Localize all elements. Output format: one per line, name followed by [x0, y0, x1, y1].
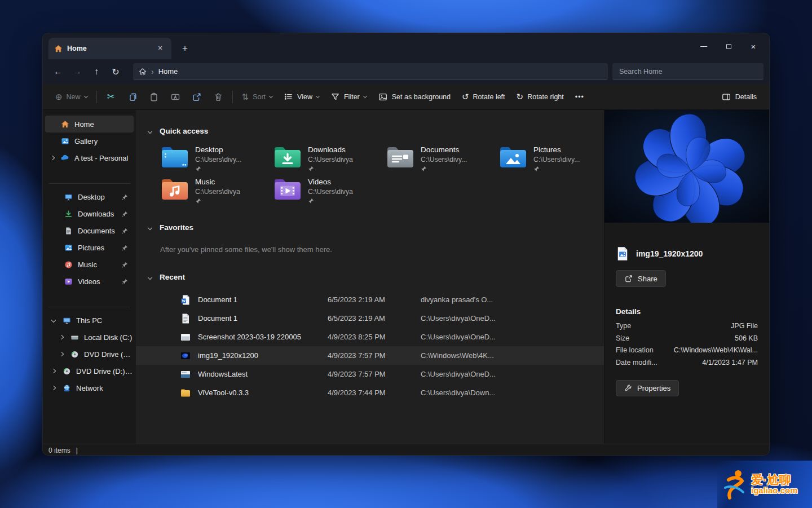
- videos-icon: [64, 277, 73, 286]
- details-section-title: Details: [616, 307, 758, 316]
- copy-button[interactable]: [122, 87, 143, 107]
- set-as-background-button[interactable]: Set as background: [372, 87, 456, 107]
- minimize-button[interactable]: —: [691, 35, 716, 58]
- recent-file-row[interactable]: Document 1 6/5/2023 2:19 AM divyanka pra…: [136, 290, 604, 309]
- close-button[interactable]: ×: [741, 35, 766, 58]
- music-icon: [64, 260, 73, 269]
- sidebar-divider: [48, 307, 130, 307]
- new-tab-button[interactable]: +: [178, 43, 192, 54]
- chevron-right-icon[interactable]: [59, 352, 64, 356]
- music-folder-icon: [160, 178, 189, 201]
- recent-file-row[interactable]: WindowsLatest 4/9/2023 7:57 PM C:\Users\…: [136, 365, 604, 383]
- up-button[interactable]: ↑: [87, 63, 106, 80]
- chevron-down-icon: [363, 94, 367, 98]
- rotate-left-button[interactable]: ↺ Rotate left: [456, 87, 511, 107]
- forward-button[interactable]: →: [68, 63, 87, 80]
- paste-button[interactable]: [143, 87, 165, 107]
- refresh-button[interactable]: ↻: [106, 63, 125, 80]
- breadcrumb-location[interactable]: Home: [158, 67, 178, 76]
- search-input[interactable]: [612, 63, 764, 80]
- chevron-down-icon[interactable]: [148, 129, 152, 133]
- sidebar-item-documents[interactable]: Documents: [45, 222, 134, 239]
- details-toggle-button[interactable]: Details: [716, 87, 762, 107]
- chevron-down-icon[interactable]: [148, 275, 152, 279]
- sidebar-item-gallery[interactable]: Gallery: [45, 132, 134, 149]
- share-icon: [192, 92, 202, 102]
- sidebar-item-downloads[interactable]: Downloads: [45, 205, 134, 222]
- quick-access-item-documents[interactable]: Documents C:\Users\divy...: [386, 145, 498, 172]
- sidebar-item-music[interactable]: Music: [45, 256, 134, 273]
- screenshot-thumbnail-icon: [180, 332, 191, 343]
- selected-file-row: img19_1920x1200: [616, 246, 758, 261]
- sidebar-gap: [43, 290, 136, 302]
- share-button[interactable]: [186, 87, 208, 107]
- tile-name: Music: [195, 178, 240, 186]
- quick-access-item-downloads[interactable]: Downloads C:\Users\divya: [273, 145, 386, 172]
- recent-file-row[interactable]: Screenshot 2023-03-19 220005 4/9/2023 8:…: [136, 328, 604, 346]
- maximize-button[interactable]: [716, 35, 741, 58]
- document-icon: [64, 227, 73, 235]
- sidebar-item-dvd-drive-2[interactable]: DVD Drive (D:) CCC: [45, 363, 134, 379]
- back-button[interactable]: ←: [48, 63, 68, 80]
- delete-button[interactable]: [208, 87, 229, 107]
- sidebar-divider: [48, 183, 130, 184]
- tab-home[interactable]: Home ×: [48, 38, 171, 59]
- sidebar-item-this-pc[interactable]: This PC: [45, 312, 134, 329]
- filter-button[interactable]: Filter: [325, 87, 372, 107]
- tile-name: Pictures: [533, 145, 580, 154]
- sidebar-item-local-disk-c[interactable]: Local Disk (C:): [45, 329, 134, 346]
- quick-access-item-pictures[interactable]: Pictures C:\Users\divy...: [498, 145, 611, 172]
- new-button[interactable]: ⊕ New: [50, 87, 93, 107]
- sidebar-item-network[interactable]: Network: [45, 379, 134, 396]
- sidebar-item-home[interactable]: Home: [45, 116, 134, 132]
- tile-path: C:\Users\divya: [308, 156, 353, 164]
- file-preview-image[interactable]: [604, 110, 769, 223]
- sidebar-item-onedrive[interactable]: A test - Personal: [45, 149, 134, 166]
- quick-access-item-videos[interactable]: Videos C:\Users\divya: [273, 178, 386, 204]
- wrench-icon: [624, 384, 633, 392]
- pin-icon: [122, 279, 128, 285]
- folder-small-icon: [180, 387, 191, 399]
- tile-name: Desktop: [195, 145, 241, 154]
- chevron-right-icon[interactable]: [50, 156, 55, 160]
- sort-button[interactable]: ⇅ Sort: [236, 87, 279, 107]
- sidebar-item-desktop[interactable]: Desktop: [45, 188, 134, 205]
- recent-file-row[interactable]: ViVeTool-v0.3.3 4/9/2023 7:44 PM C:\User…: [136, 383, 604, 402]
- address-bar[interactable]: › Home: [133, 63, 608, 80]
- cut-button[interactable]: ✂: [100, 87, 122, 107]
- hard-disk-icon: [70, 333, 79, 342]
- recent-file-row[interactable]: Document 1 6/5/2023 2:19 AM C:\Users\div…: [136, 309, 604, 328]
- share-file-button[interactable]: Share: [616, 270, 666, 287]
- quick-access-item-music[interactable]: Music C:\Users\divya: [160, 178, 273, 204]
- properties-button[interactable]: Properties: [616, 380, 679, 396]
- wallpaper-icon: [378, 92, 388, 102]
- tile-text: Music C:\Users\divya: [195, 178, 240, 204]
- more-options-button[interactable]: •••: [570, 87, 590, 107]
- recent-file-row-selected[interactable]: img19_1920x1200 4/9/2023 7:57 PM C:\Wind…: [136, 346, 604, 365]
- chevron-right-icon[interactable]: [59, 335, 64, 339]
- recent-header[interactable]: Recent: [136, 273, 604, 281]
- quick-access-header[interactable]: Quick access: [136, 127, 604, 135]
- sidebar-item-pictures[interactable]: Pictures: [45, 239, 134, 256]
- titlebar: Home × + — ×: [43, 33, 769, 59]
- breadcrumb-home-icon[interactable]: [139, 68, 147, 76]
- pin-icon: [195, 198, 201, 204]
- chevron-down-icon[interactable]: [148, 225, 152, 229]
- items-count: 0 items: [48, 447, 70, 454]
- details-pane-body: img19_1920x1200 Share Details Type JPG F…: [604, 223, 769, 405]
- chevron-right-icon[interactable]: [51, 386, 56, 390]
- chevron-down-icon[interactable]: [51, 318, 56, 323]
- view-button[interactable]: View: [278, 87, 325, 107]
- sidebar-item-videos[interactable]: Videos: [45, 273, 134, 290]
- quick-access-tiles: Desktop C:\Users\divy... Downloads C:\Us…: [136, 145, 604, 204]
- chevron-right-icon[interactable]: [51, 369, 56, 373]
- rotate-right-button[interactable]: ↻ Rotate right: [511, 87, 570, 107]
- cut-icon: ✂: [107, 91, 114, 103]
- rename-button[interactable]: [165, 87, 186, 107]
- tab-close-icon[interactable]: ×: [155, 43, 166, 54]
- sidebar-item-dvd-drive-1[interactable]: DVD Drive (D:) CC: [45, 346, 134, 363]
- favorites-header[interactable]: Favorites: [136, 223, 604, 232]
- quick-access-item-desktop[interactable]: Desktop C:\Users\divy...: [160, 145, 273, 172]
- details-pane: img19_1920x1200 Share Details Type JPG F…: [604, 110, 769, 444]
- desktop-icon: [64, 193, 73, 201]
